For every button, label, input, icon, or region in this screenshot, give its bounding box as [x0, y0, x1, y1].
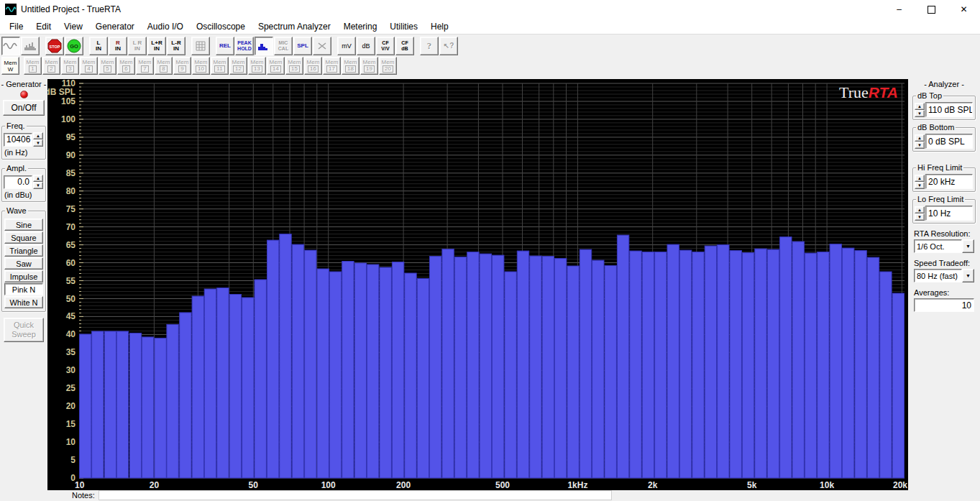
context-help-button[interactable]: ↖? — [439, 37, 458, 55]
generator-wave-button[interactable] — [1, 37, 20, 55]
wave-square-button[interactable]: Square — [4, 231, 43, 244]
wave-sine-button[interactable]: Sine — [4, 219, 43, 231]
go-button[interactable]: GO — [65, 37, 83, 55]
mem-3-button[interactable]: Mem3 — [61, 57, 79, 75]
hi-freq-up-icon[interactable]: ▲ — [915, 175, 925, 182]
help-button[interactable]: ? — [420, 37, 439, 55]
mem-20-button[interactable]: Mem20 — [379, 57, 397, 75]
rta-resolution-dropdown-icon[interactable]: ▼ — [962, 239, 974, 253]
lo-freq-down-icon[interactable]: ▼ — [915, 213, 925, 221]
rta-resolution-select[interactable]: 1/6 Oct. ▼ — [914, 239, 974, 253]
freq-up-icon[interactable]: ▲ — [33, 132, 43, 139]
grid-button[interactable] — [191, 37, 210, 55]
minimize-button[interactable]: – — [883, 0, 915, 19]
db-bottom-up-icon[interactable]: ▲ — [915, 134, 925, 142]
mem-16-button[interactable]: Mem16 — [304, 57, 322, 75]
wave-white-n-button[interactable]: White N — [4, 296, 43, 308]
db-bottom-group-label: dB Bottom — [916, 123, 956, 132]
freq-group-label: Freq. — [5, 121, 27, 130]
mem-w-button[interactable]: MemW — [1, 57, 19, 75]
menu-item-utilities[interactable]: Utilities — [383, 20, 424, 33]
rta-bars-button[interactable] — [255, 37, 273, 55]
sum-input-button[interactable]: L+RIN — [147, 37, 166, 55]
menu-item-edit[interactable]: Edit — [29, 20, 58, 33]
svg-text:15: 15 — [66, 419, 76, 429]
left-input-button[interactable]: LIN — [89, 37, 108, 55]
db-bottom-input[interactable]: 0 dB SPL — [925, 134, 973, 149]
spl-button[interactable]: SPL — [293, 37, 312, 55]
menu-item-spectrum-analyzer[interactable]: Spectrum Analyzer — [252, 20, 337, 33]
menu-item-audio-i-o[interactable]: Audio I/O — [141, 20, 190, 33]
spectrum-view-button[interactable] — [21, 37, 40, 55]
wave-impulse-button[interactable]: Impulse — [4, 270, 43, 282]
lo-freq-up-icon[interactable]: ▲ — [915, 206, 925, 213]
mem-11-button[interactable]: Mem11 — [211, 57, 229, 75]
ampl-up-icon[interactable]: ▲ — [33, 175, 43, 182]
relative-mode-button[interactable]: REL — [216, 37, 234, 55]
menu-item-generator[interactable]: Generator — [89, 20, 141, 33]
ampl-down-icon[interactable]: ▼ — [33, 182, 43, 189]
menu-item-oscilloscope[interactable]: Oscilloscope — [190, 20, 252, 33]
menu-item-view[interactable]: View — [58, 20, 89, 33]
mem-7-button[interactable]: Mem7 — [136, 57, 154, 75]
hi-freq-down-icon[interactable]: ▼ — [915, 182, 925, 189]
db-top-down-icon[interactable]: ▼ — [915, 110, 925, 117]
db-top-up-icon[interactable]: ▲ — [915, 103, 925, 110]
decibels-button[interactable]: dB — [357, 37, 375, 55]
crest-factor-db-button[interactable]: CFdB — [395, 37, 414, 55]
speed-tradeoff-label: Speed Tradeoff: — [914, 259, 980, 267]
freq-down-icon[interactable]: ▼ — [33, 139, 43, 147]
blue-bars-icon — [257, 41, 270, 51]
freq-input[interactable]: 10406 — [4, 133, 32, 147]
svg-text:20k: 20k — [893, 480, 907, 490]
mem-10-button[interactable]: Mem10 — [192, 57, 210, 75]
wave-triangle-button[interactable]: Triangle — [4, 244, 43, 257]
memory-bar: MemWMem1Mem2Mem3Mem4Mem5Mem6Mem7Mem8Mem9… — [0, 57, 980, 76]
menu-item-help[interactable]: Help — [424, 20, 455, 33]
mem-13-button[interactable]: Mem13 — [248, 57, 266, 75]
svg-text:2k: 2k — [648, 480, 658, 490]
stop-button[interactable]: STOP — [45, 37, 64, 55]
notes-input[interactable] — [99, 490, 612, 500]
mem-6-button[interactable]: Mem6 — [117, 57, 135, 75]
peak-hold-button[interactable]: PEAKHOLD — [235, 37, 254, 55]
mem-8-button[interactable]: Mem8 — [155, 57, 173, 75]
right-input-button[interactable]: RIN — [109, 37, 127, 55]
close-button[interactable]: ✕ — [948, 0, 980, 19]
mem-4-button[interactable]: Mem4 — [80, 57, 98, 75]
svg-text:35: 35 — [66, 347, 76, 357]
mem-9-button[interactable]: Mem9 — [173, 57, 191, 75]
crest-factor-vv-button[interactable]: CFV/V — [376, 37, 395, 55]
menu-item-metering[interactable]: Metering — [337, 20, 384, 33]
wave-pink-n-button[interactable]: Pink N — [4, 283, 43, 295]
speed-tradeoff-dropdown-icon[interactable]: ▼ — [962, 269, 974, 282]
mem-5-button[interactable]: Mem5 — [99, 57, 116, 75]
quick-sweep-button[interactable]: Quick Sweep — [4, 318, 44, 342]
mem-18-button[interactable]: Mem18 — [342, 57, 360, 75]
mem-19-button[interactable]: Mem19 — [360, 57, 378, 75]
db-bottom-down-icon[interactable]: ▼ — [915, 142, 925, 149]
speed-tradeoff-select[interactable]: 80 Hz (fast) ▼ — [914, 269, 974, 282]
mic-cal-button[interactable]: MICCAL — [274, 37, 293, 55]
averages-input[interactable]: 10 — [914, 298, 974, 312]
maximize-button[interactable] — [915, 0, 948, 19]
ampl-input[interactable]: 0.0 — [4, 175, 32, 189]
mem-1-button[interactable]: Mem1 — [24, 57, 42, 75]
mem-12-button[interactable]: Mem12 — [229, 57, 247, 75]
millivolts-button[interactable]: mV — [337, 37, 356, 55]
difference-input-button[interactable]: L-RIN — [167, 37, 186, 55]
mem-2-button[interactable]: Mem2 — [42, 57, 60, 75]
svg-text:50: 50 — [249, 480, 259, 490]
clear-curve-button[interactable] — [313, 37, 331, 55]
title-bar: Untitled Project - TrueRTA – ✕ — [0, 0, 980, 19]
db-top-input[interactable]: 110 dB SPL — [925, 102, 973, 117]
generator-onoff-button[interactable]: On/Off — [3, 100, 45, 116]
wave-saw-button[interactable]: Saw — [4, 257, 43, 270]
lo-freq-input[interactable]: 10 Hz — [925, 206, 973, 221]
menu-item-file[interactable]: File — [3, 20, 29, 33]
mem-17-button[interactable]: Mem17 — [323, 57, 341, 75]
mem-14-button[interactable]: Mem14 — [267, 57, 285, 75]
mem-15-button[interactable]: Mem15 — [285, 57, 303, 75]
hi-freq-input[interactable]: 20 kHz — [925, 174, 973, 189]
dual-input-button[interactable]: L RIN — [128, 37, 147, 55]
